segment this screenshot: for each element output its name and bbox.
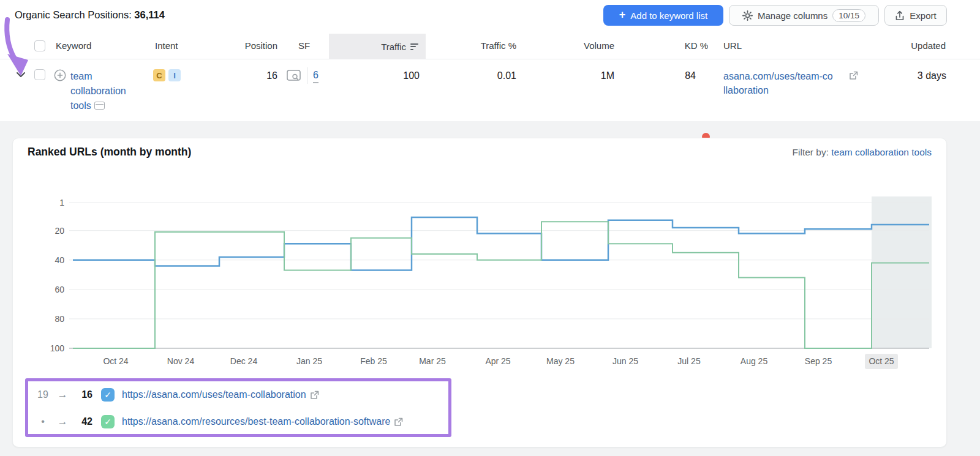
arrow-right-icon: → bbox=[51, 416, 74, 428]
svg-text:40: 40 bbox=[55, 255, 64, 265]
svg-text:Feb 25: Feb 25 bbox=[360, 356, 387, 366]
external-link-icon[interactable] bbox=[310, 391, 319, 400]
intent-commercial-badge: C bbox=[153, 69, 165, 81]
serp-window-icon[interactable] bbox=[94, 102, 105, 110]
select-all-checkbox[interactable] bbox=[34, 40, 45, 51]
add-keyword-plus-icon[interactable] bbox=[54, 69, 66, 81]
legend-url-link-2[interactable]: https://asana.com/resources/best-team-co… bbox=[122, 416, 390, 427]
row-checkbox[interactable] bbox=[34, 69, 45, 80]
columns-count-badge: 10/15 bbox=[832, 9, 865, 22]
col-intent[interactable]: Intent bbox=[155, 40, 178, 51]
col-volume[interactable]: Volume bbox=[541, 40, 614, 51]
sort-desc-icon bbox=[410, 43, 418, 50]
svg-text:Oct 24: Oct 24 bbox=[103, 356, 128, 366]
previous-position: • bbox=[35, 416, 51, 427]
manage-columns-button[interactable]: Manage columns 10/15 bbox=[729, 5, 879, 26]
serp-preview-icon[interactable] bbox=[287, 70, 301, 82]
svg-text:Oct 25: Oct 25 bbox=[869, 356, 894, 366]
top-section: Organic Search Positions: 36,114 + Add t… bbox=[0, 0, 980, 121]
col-kd[interactable]: KD % bbox=[647, 40, 708, 51]
legend-url-link-1[interactable]: https://asana.com/uses/team-collaboratio… bbox=[122, 389, 306, 400]
svg-text:Jan 25: Jan 25 bbox=[296, 356, 322, 366]
col-traffic-pct[interactable]: Traffic % bbox=[443, 40, 516, 51]
expand-chevron-icon[interactable] bbox=[16, 72, 26, 78]
intent-informational-badge: I bbox=[168, 69, 181, 81]
svg-text:Jul 25: Jul 25 bbox=[677, 356, 701, 366]
page-title-label: Organic Search Positions: bbox=[15, 9, 132, 20]
previous-position: 19 bbox=[35, 389, 51, 400]
export-icon bbox=[895, 10, 905, 21]
col-position[interactable]: Position bbox=[222, 40, 277, 51]
svg-text:20: 20 bbox=[55, 226, 64, 236]
col-url[interactable]: URL bbox=[723, 40, 742, 51]
intent-badges: CI bbox=[153, 69, 184, 81]
svg-text:Apr 25: Apr 25 bbox=[485, 356, 510, 366]
divider bbox=[307, 67, 307, 84]
col-sf[interactable]: SF bbox=[298, 40, 310, 51]
add-to-keyword-list-button[interactable]: + Add to keyword list bbox=[603, 5, 723, 26]
svg-text:60: 60 bbox=[55, 285, 64, 294]
table-row: team collaboration tools CI 16 6 100 0.0… bbox=[0, 59, 980, 121]
external-link-icon[interactable] bbox=[394, 417, 403, 427]
page-title: Organic Search Positions: 36,114 bbox=[15, 9, 165, 21]
col-keyword[interactable]: Keyword bbox=[56, 40, 91, 51]
position-value: 16 bbox=[235, 70, 277, 81]
svg-text:1: 1 bbox=[59, 198, 64, 207]
svg-text:Jun 25: Jun 25 bbox=[612, 356, 638, 366]
current-position: 42 bbox=[74, 416, 92, 427]
page-title-value: 36,114 bbox=[134, 9, 165, 20]
table-header: Keyword Intent Position SF Traffic Traff… bbox=[0, 34, 980, 59]
svg-text:May 25: May 25 bbox=[546, 356, 575, 366]
series-checkbox-blue[interactable]: ✓ bbox=[101, 388, 115, 402]
volume-value: 1M bbox=[541, 70, 614, 81]
gear-icon bbox=[742, 10, 753, 21]
traffic-pct-value: 0.01 bbox=[443, 70, 516, 81]
arrow-right-icon: → bbox=[51, 389, 74, 401]
updated-value: 3 days bbox=[885, 70, 946, 81]
series-checkbox-green[interactable]: ✓ bbox=[101, 415, 115, 428]
position-step-chart: 120406080100Oct 24Nov 24Dec 24Jan 25Feb … bbox=[13, 138, 948, 377]
export-label: Export bbox=[910, 10, 936, 21]
svg-text:Mar 25: Mar 25 bbox=[419, 356, 446, 366]
ranked-urls-panel: Ranked URLs (month by month) Filter by: … bbox=[12, 138, 947, 447]
svg-text:Nov 24: Nov 24 bbox=[167, 356, 195, 366]
svg-text:Dec 24: Dec 24 bbox=[230, 356, 258, 366]
legend-row-1: 19 → 16 ✓ https://asana.com/uses/team-co… bbox=[35, 387, 319, 403]
traffic-value: 100 bbox=[358, 70, 420, 81]
col-updated[interactable]: Updated bbox=[872, 40, 946, 51]
add-to-keyword-list-label: Add to keyword list bbox=[630, 10, 707, 21]
current-position: 16 bbox=[74, 389, 92, 400]
export-button[interactable]: Export bbox=[884, 5, 947, 26]
svg-text:100: 100 bbox=[50, 343, 65, 353]
kd-value: 84 bbox=[641, 70, 696, 81]
svg-text:Sep 25: Sep 25 bbox=[805, 356, 832, 366]
col-traffic[interactable]: Traffic bbox=[329, 34, 426, 59]
manage-columns-label: Manage columns bbox=[758, 10, 827, 21]
col-traffic-label: Traffic bbox=[381, 42, 406, 52]
sf-count[interactable]: 6 bbox=[313, 70, 318, 83]
external-link-icon[interactable] bbox=[849, 71, 858, 80]
legend-row-2: • → 42 ✓ https://asana.com/resources/bes… bbox=[35, 414, 403, 430]
svg-text:Aug 25: Aug 25 bbox=[741, 356, 768, 366]
svg-text:80: 80 bbox=[55, 314, 64, 324]
plus-icon: + bbox=[619, 9, 626, 21]
result-url-link[interactable]: asana.com/uses/team-collaboration bbox=[723, 71, 833, 95]
